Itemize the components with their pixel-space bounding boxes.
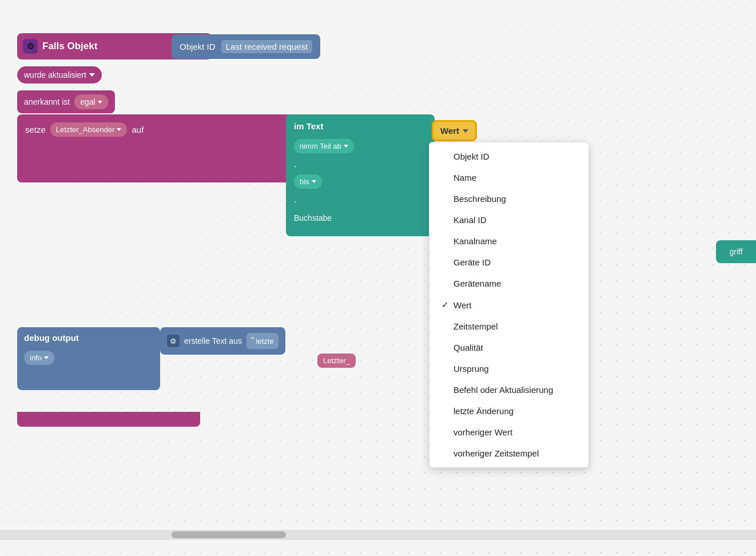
buchstabe-label: Buchstabe (294, 213, 427, 223)
setze-row: setze Letzter_Absender auf (25, 122, 289, 137)
griff-partial-block: griff (716, 240, 756, 263)
dropdown-item[interactable]: Name (429, 167, 588, 188)
anerkannt-text: anerkannt ist (24, 97, 70, 106)
dropdown-item[interactable]: vorheriger Wert (429, 422, 588, 443)
falls-objekt-label: Falls Objekt (42, 41, 97, 52)
dot-separator-1: . (294, 158, 427, 170)
dropdown-item-label: vorheriger Zeitstempel (453, 448, 539, 458)
im-text-title: im Text (294, 121, 427, 131)
dropdown-item-label: Beschreibung (453, 194, 506, 204)
wurde-dropdown-arrow (89, 73, 95, 77)
dropdown-item[interactable]: vorheriger Zeitstempel (429, 443, 588, 464)
info-badge[interactable]: info (24, 351, 54, 365)
wert-label: Wert (440, 126, 459, 136)
letzter-absender-badge[interactable]: Letzter_Absender (50, 122, 128, 137)
bis-label: bis (300, 177, 309, 186)
checkmark-icon: ✓ (441, 300, 449, 310)
dropdown-item-label: vorheriger Wert (453, 427, 512, 437)
dropdown-item[interactable]: Objekt ID (429, 146, 588, 167)
objekt-id-label: Objekt ID (180, 42, 216, 51)
dropdown-item-label: Name (453, 173, 476, 182)
dropdown-item-label: Kanalname (453, 236, 497, 246)
falls-block-bottom (17, 412, 200, 427)
dropdown-item[interactable]: Ursprung (429, 358, 588, 379)
canvas-background (0, 0, 756, 556)
nimm-teil-badge[interactable]: nimm Teil ab (294, 139, 354, 153)
falls-gear-icon[interactable]: ⚙ (23, 39, 38, 54)
objekt-id-value: Last received request (221, 40, 312, 53)
debug-output-block: debug output info (17, 327, 160, 390)
info-label: info (30, 354, 42, 362)
wert-dropdown-menu: Objekt IDNameBeschreibungKanal IDKanalna… (429, 142, 589, 468)
dropdown-item[interactable]: ✓Wert (429, 294, 588, 316)
setze-block: setze Letzter_Absender auf (17, 114, 297, 182)
letzter-suffix-label: Letzter_ (323, 356, 350, 365)
egal-dropdown[interactable]: egal (74, 94, 108, 109)
dropdown-item[interactable]: Qualität (429, 337, 588, 358)
objekt-id-badge[interactable]: Objekt ID Last received request (172, 34, 320, 59)
letzter-suffix-badge: Letzter_ (317, 354, 356, 368)
scrollbar-thumb[interactable] (172, 531, 286, 538)
bis-badge[interactable]: bis (294, 174, 322, 189)
auf-label: auf (132, 125, 144, 134)
dropdown-item[interactable]: Gerätename (429, 273, 588, 294)
egal-arrow-icon (98, 101, 102, 104)
wert-arrow-icon (463, 129, 468, 133)
letzter-absender-label: Letzter_Absender (56, 125, 115, 134)
dropdown-item[interactable]: Geräte ID (429, 252, 588, 273)
anerkannt-block: anerkannt ist egal (17, 90, 115, 113)
erstelle-label: erstelle Text aus (184, 336, 242, 345)
letzter-arrow-icon (117, 128, 121, 131)
wurde-label: wurde aktualisiert (24, 70, 86, 80)
scrollbar-area[interactable] (0, 530, 756, 540)
dropdown-item[interactable]: Befehl oder Aktualisierung (429, 379, 588, 400)
dropdown-item-label: Befehl oder Aktualisierung (453, 385, 553, 395)
dropdown-item-label: Wert (453, 300, 471, 310)
nimm-teil-label: nimm Teil ab (300, 142, 341, 150)
im-text-block: im Text nimm Teil ab . bis . Buchstabe (286, 114, 435, 236)
letzt-label: letzte (256, 337, 274, 345)
dropdown-item[interactable]: Kanal ID (429, 209, 588, 231)
erstelle-gear-icon: ⚙ (167, 335, 180, 347)
dropdown-item-label: Objekt ID (453, 152, 490, 161)
nimm-teil-arrow (344, 145, 348, 148)
egal-value: egal (80, 97, 95, 106)
dropdown-item-label: Gerätename (453, 279, 501, 288)
setze-label: setze (25, 125, 46, 134)
dot-separator-2: . (294, 193, 427, 205)
letzt-quote-badge: " letzte (246, 333, 278, 349)
dropdown-item[interactable]: Kanalname (429, 231, 588, 252)
dropdown-item[interactable]: Beschreibung (429, 188, 588, 209)
dropdown-item-label: Geräte ID (453, 257, 491, 267)
erstelle-text-block: ⚙ erstelle Text aus " letzte (160, 327, 285, 355)
wurde-aktualisiert-block[interactable]: wurde aktualisiert (17, 66, 102, 84)
dropdown-item-label: Qualität (453, 343, 483, 352)
dropdown-item-label: letzte Änderung (453, 406, 514, 416)
dropdown-item[interactable]: letzte Änderung (429, 400, 588, 422)
debug-title: debug output (24, 333, 153, 343)
dropdown-item-label: Zeitstempel (453, 321, 498, 331)
dropdown-item-label: Kanal ID (453, 215, 487, 225)
griff-label: griff (729, 247, 742, 256)
wert-dropdown-button[interactable]: Wert (432, 120, 477, 141)
dropdown-item-label: Ursprung (453, 364, 489, 374)
dropdown-item[interactable]: Zeitstempel (429, 316, 588, 337)
bis-arrow (312, 180, 316, 183)
info-arrow-icon (44, 356, 49, 359)
